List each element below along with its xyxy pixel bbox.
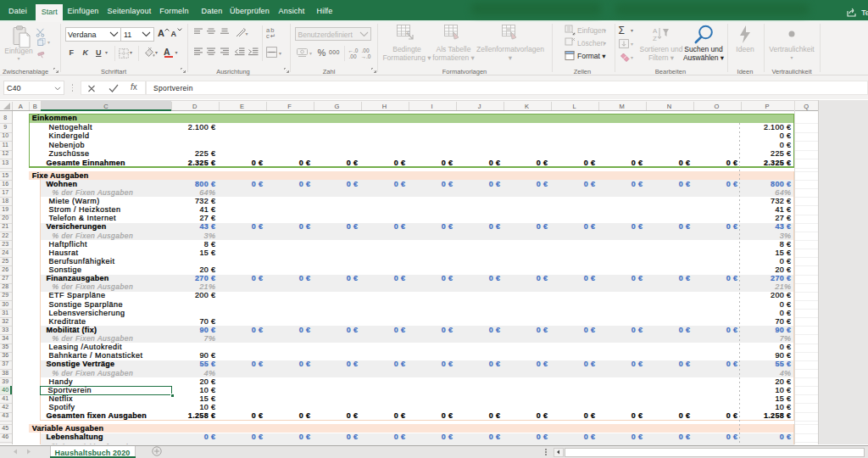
- svg-text:A: A: [653, 27, 658, 35]
- svg-text:Z: Z: [653, 35, 657, 42]
- svg-text:≠: ≠: [406, 29, 410, 36]
